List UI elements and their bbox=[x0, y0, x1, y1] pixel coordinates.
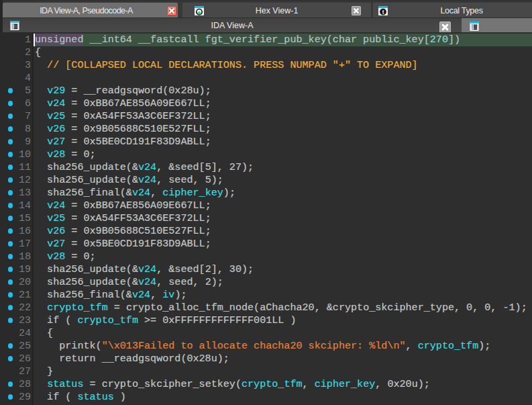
svg-text:t: t bbox=[382, 9, 384, 15]
